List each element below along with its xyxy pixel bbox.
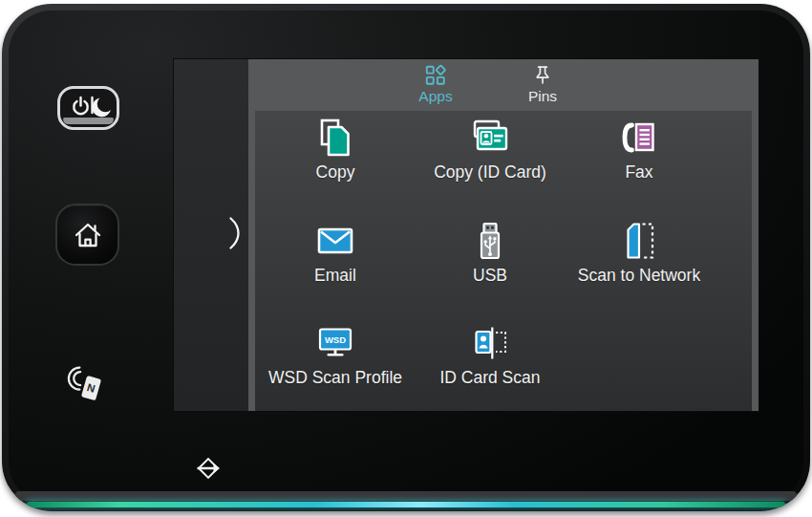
app-label: ID Card Scan: [439, 368, 540, 388]
screenshot: N: [0, 0, 812, 517]
power-button-base: [63, 118, 114, 124]
nfc-icon: N: [61, 363, 111, 411]
app-label: WSD Scan Profile: [268, 368, 402, 388]
pushpin-icon: [531, 64, 554, 87]
side-drawer: [174, 59, 248, 411]
app-scan-to-network[interactable]: Scan to Network: [561, 220, 717, 308]
usb-drive-icon: [469, 220, 511, 262]
status-led-bar: [27, 502, 785, 507]
diamond-arrow-icon: [191, 454, 225, 483]
home-icon: [74, 222, 102, 248]
app-label: USB: [473, 266, 507, 286]
tab-bar: Apps Pins: [248, 59, 759, 111]
app-label: Email: [314, 266, 356, 286]
app-copy-id-card[interactable]: Copy (ID Card): [412, 117, 568, 205]
app-label: Fax: [625, 162, 652, 183]
app-fax[interactable]: Fax: [561, 117, 717, 205]
wsd-scan-profile-icon: WSD: [314, 322, 356, 364]
copy-id-card-icon: [468, 117, 512, 159]
scan-to-network-icon: [618, 220, 660, 262]
printer-control-panel: N: [2, 4, 810, 511]
home-button[interactable]: [55, 204, 119, 266]
nfc-tap-zone[interactable]: N: [61, 363, 111, 411]
copy-icon: [314, 117, 356, 159]
tab-pins[interactable]: Pins: [502, 64, 583, 105]
app-label: Scan to Network: [578, 266, 700, 286]
touchscreen: Apps Pins: [174, 59, 759, 411]
front-port-indicator: [191, 454, 225, 483]
app-grid: Copy Copy (ID Card): [255, 111, 752, 411]
tab-pins-label: Pins: [528, 88, 557, 105]
app-label: Copy (ID Card): [434, 162, 546, 183]
email-icon: [314, 220, 356, 262]
app-copy[interactable]: Copy: [257, 117, 414, 205]
power-button[interactable]: [57, 86, 119, 130]
app-email[interactable]: Email: [257, 220, 414, 308]
app-label: Copy: [316, 162, 355, 183]
fax-icon: [618, 117, 660, 159]
chassis-bottom-edge: [15, 491, 797, 501]
id-card-scan-icon: [469, 322, 511, 364]
tab-apps[interactable]: Apps: [395, 64, 476, 105]
wsd-icon-text: WSD: [325, 334, 346, 345]
app-id-card-scan[interactable]: ID Card Scan: [412, 322, 568, 410]
chevron-right-icon: [228, 216, 241, 250]
apps-grid-icon: [424, 64, 447, 87]
app-wsd-scan-profile[interactable]: WSD WSD Scan Profile: [257, 322, 414, 410]
home-screen: Apps Pins: [248, 59, 759, 411]
drawer-expand-handle[interactable]: [228, 216, 241, 254]
app-usb[interactable]: USB: [412, 220, 568, 308]
tab-apps-label: Apps: [418, 88, 452, 105]
